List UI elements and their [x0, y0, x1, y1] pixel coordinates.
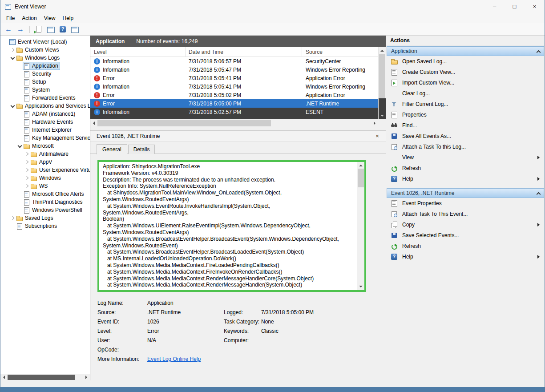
event-row[interactable]: iInformation7/31/2018 5:06:57 PMSecurity…: [90, 57, 378, 65]
description-scrollbar[interactable]: [357, 162, 364, 290]
scroll-right-button[interactable]: [371, 119, 378, 127]
tree-item-setup[interactable]: Setup: [0, 78, 90, 86]
action-copy[interactable]: Copy: [386, 219, 545, 230]
action-open-saved-log[interactable]: Open Saved Log...: [386, 56, 545, 67]
menu-file[interactable]: File: [3, 13, 18, 23]
scrollbar-thumb[interactable]: [8, 375, 75, 380]
chevron-down-icon[interactable]: [9, 102, 16, 110]
scrollbar-thumb[interactable]: [97, 120, 271, 126]
action-event-properties[interactable]: Event Properties: [386, 198, 545, 209]
scrollbar-thumb[interactable]: [379, 54, 385, 98]
show-console-tree-button[interactable]: [46, 24, 56, 34]
action-refresh[interactable]: Refresh: [386, 241, 545, 251]
action-help[interactable]: Help: [386, 251, 545, 262]
action-create-custom-view[interactable]: Create Custom View...: [386, 67, 545, 77]
forward-button[interactable]: [16, 24, 25, 34]
tree-item-microsoft-office-alerts[interactable]: Microsoft Office Alerts: [0, 190, 90, 198]
chevron-down-icon[interactable]: [9, 54, 16, 62]
tree-item-antimalware[interactable]: Antimalware: [0, 150, 90, 158]
tree-item-microsoft[interactable]: Microsoft: [0, 142, 90, 150]
scroll-left-button[interactable]: [0, 374, 7, 380]
tree-item-internet-explorer[interactable]: Internet Explorer: [0, 126, 90, 134]
tree-item-custom-views[interactable]: Custom Views: [0, 46, 90, 54]
event-log-online-help-link[interactable]: Event Log Online Help: [147, 356, 224, 362]
scroll-down-button[interactable]: [357, 283, 364, 290]
action-refresh[interactable]: Refresh: [386, 163, 545, 174]
event-description[interactable]: Application: Shinydocs.MigrationTool.exe…: [103, 163, 354, 289]
event-row[interactable]: !Error7/31/2018 5:05:00 PM.NET Runtime: [90, 99, 378, 108]
chevron-down-icon[interactable]: [16, 142, 23, 150]
scroll-right-button[interactable]: [83, 374, 90, 380]
tree-item-security[interactable]: Security: [0, 70, 90, 78]
export-list-button[interactable]: [34, 24, 44, 34]
action-attach-a-task-to-this-log[interactable]: Attach a Task To this Log...: [386, 141, 545, 152]
menu-view[interactable]: View: [40, 13, 59, 23]
chevron-right-icon[interactable]: [24, 174, 30, 182]
tree-item-adam-instance1[interactable]: ADAM (instance1): [0, 110, 90, 118]
tree-item-ws[interactable]: WS: [0, 182, 90, 190]
back-button[interactable]: [4, 24, 13, 34]
section-header-application[interactable]: Application: [387, 46, 544, 56]
action-help[interactable]: Help: [386, 174, 545, 184]
action-import-custom-view[interactable]: Import Custom View...: [386, 77, 545, 88]
action-filter-current-log[interactable]: Filter Current Log...: [386, 99, 545, 109]
event-row[interactable]: !Error7/31/2018 5:05:41 PMApplication Er…: [90, 74, 378, 82]
scroll-down-button[interactable]: [379, 113, 386, 119]
tree-item-appv[interactable]: AppV: [0, 158, 90, 166]
column-header-source[interactable]: Source: [302, 47, 378, 57]
collapse-chevron-icon[interactable]: [537, 50, 541, 54]
minimize-button[interactable]: –: [484, 0, 505, 13]
scrollbar-thumb[interactable]: [358, 169, 364, 187]
action-find[interactable]: Find...: [386, 120, 545, 131]
event-row[interactable]: iInformation7/31/2018 5:05:47 PMWindows …: [90, 65, 378, 74]
tree-item-forwarded-events[interactable]: Forwarded Events: [0, 94, 90, 102]
action-properties[interactable]: Properties: [386, 109, 545, 120]
event-row[interactable]: iInformation7/31/2018 5:05:41 PMWindows …: [90, 82, 378, 91]
chevron-right-icon[interactable]: [24, 166, 30, 174]
close-button[interactable]: ×: [525, 0, 545, 13]
scrollbar-track[interactable]: [90, 119, 378, 127]
action-save-all-events-as[interactable]: Save All Events As...: [386, 131, 545, 141]
tree-item-key-management-service[interactable]: Key Management Service: [0, 134, 90, 142]
action-attach-task-to-this-event[interactable]: Attach Task To This Event...: [386, 209, 545, 219]
tree-item-user-experience-virtua[interactable]: User Experience Virtua: [0, 166, 90, 174]
tree-item-subscriptions[interactable]: Subscriptions: [0, 222, 90, 230]
close-preview-icon[interactable]: ×: [373, 133, 381, 139]
column-header-date-and-time[interactable]: Date and Time: [186, 47, 302, 57]
tree-item-windows-logs[interactable]: Windows Logs: [0, 54, 90, 62]
tree-item-windows[interactable]: Windows: [0, 174, 90, 182]
collapse-chevron-icon[interactable]: [537, 192, 541, 196]
action-save-selected-events[interactable]: Save Selected Events...: [386, 230, 545, 241]
tree-horizontal-scrollbar[interactable]: [0, 374, 90, 380]
tree-item-event-viewer-local[interactable]: Event Viewer (Local): [0, 38, 90, 46]
tree-item-hardware-events[interactable]: Hardware Events: [0, 118, 90, 126]
tree-item-windows-powershell[interactable]: Windows PowerShell: [0, 206, 90, 214]
table-horizontal-scrollbar[interactable]: [90, 119, 386, 127]
table-vertical-scrollbar[interactable]: [378, 47, 386, 119]
tree-item-saved-logs[interactable]: Saved Logs: [0, 214, 90, 222]
menu-action[interactable]: Action: [18, 13, 40, 23]
tree-item-system[interactable]: System: [0, 86, 90, 94]
scroll-up-button[interactable]: [379, 47, 386, 54]
action-clear-log[interactable]: Clear Log...: [386, 88, 545, 99]
tree-item-applications-and-services-lo[interactable]: Applications and Services Lo: [0, 102, 90, 110]
tab-details[interactable]: Details: [128, 145, 155, 154]
event-row[interactable]: iInformation7/31/2018 5:02:57 PMESENT: [90, 108, 378, 116]
chevron-right-icon[interactable]: [24, 150, 30, 158]
title-bar[interactable]: Event Viewer – □ ×: [0, 0, 545, 13]
tree-item-application[interactable]: Application: [0, 62, 90, 70]
help-button[interactable]: [58, 24, 68, 34]
maximize-button[interactable]: □: [505, 0, 525, 13]
action-view[interactable]: View: [386, 152, 545, 163]
event-row[interactable]: !Error7/31/2018 5:05:02 PMApplication Er…: [90, 91, 378, 99]
scroll-left-button[interactable]: [90, 119, 97, 127]
menu-help[interactable]: Help: [59, 13, 77, 23]
tab-general[interactable]: General: [97, 144, 127, 154]
tree-item-thinprint-diagnostics[interactable]: ThinPrint Diagnostics: [0, 198, 90, 206]
scroll-up-button[interactable]: [357, 162, 364, 169]
chevron-right-icon[interactable]: [24, 182, 30, 190]
show-action-pane-button[interactable]: [70, 24, 80, 34]
chevron-right-icon[interactable]: [9, 46, 16, 54]
column-header-level[interactable]: Level: [90, 47, 186, 57]
chevron-right-icon[interactable]: [24, 158, 30, 166]
